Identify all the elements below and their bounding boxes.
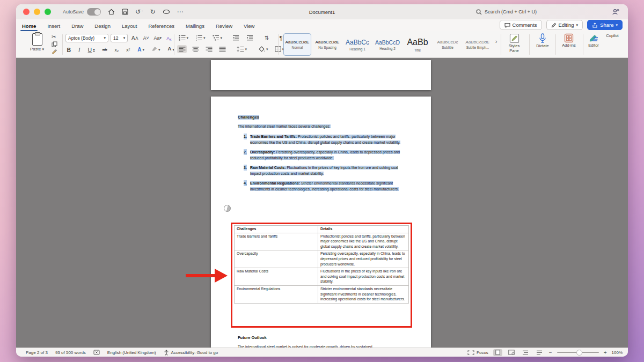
tab-home[interactable]: Home: [21, 23, 36, 29]
italic-button[interactable]: I: [77, 46, 82, 54]
pencil-icon: [551, 23, 557, 28]
redo-icon[interactable]: ↻: [150, 9, 155, 15]
style-heading-2[interactable]: AaBbCcD Heading 2: [374, 33, 401, 56]
numbering-button[interactable]: ▾: [194, 34, 207, 42]
table-row: Overcapacity Persisting overcapacity, es…: [235, 250, 409, 268]
page-1-fragment[interactable]: [211, 60, 431, 90]
zoom-window-button[interactable]: [45, 9, 51, 15]
styles-gallery: AaBbCcDdE Normal AaBbCcDdE No Spacing Aa…: [283, 33, 492, 56]
zoom-out-button[interactable]: −: [549, 350, 552, 356]
copilot-margin-icon[interactable]: [224, 205, 231, 212]
copy-icon[interactable]: [52, 41, 57, 47]
draft-view-button[interactable]: [535, 349, 544, 356]
web-layout-view-button[interactable]: [507, 349, 516, 356]
autosave-toggle[interactable]: [87, 8, 101, 16]
doc-future-paragraph: The international steel market is poised…: [238, 344, 409, 348]
bold-button[interactable]: B: [65, 46, 72, 54]
zoom-level[interactable]: 100%: [612, 350, 623, 355]
style-no-spacing[interactable]: AaBbCcDdE No Spacing: [313, 33, 341, 56]
zoom-slider-knob[interactable]: [576, 350, 582, 356]
text-effects-button[interactable]: A▾: [136, 46, 146, 54]
home-icon[interactable]: [108, 9, 115, 15]
comments-button[interactable]: Comments: [500, 20, 542, 30]
grow-font-button[interactable]: A˄: [130, 34, 140, 42]
tab-references[interactable]: References: [148, 23, 175, 29]
tab-insert[interactable]: Insert: [47, 23, 61, 29]
format-painter-icon[interactable]: [52, 49, 57, 54]
page-indicator[interactable]: Page 2 of 3: [26, 350, 48, 355]
print-layout-view-button[interactable]: [493, 349, 502, 356]
close-window-button[interactable]: [23, 9, 30, 15]
autosave-label: AutoSave: [63, 9, 84, 14]
justify-button[interactable]: [217, 45, 227, 53]
outline-view-button[interactable]: [521, 349, 530, 356]
align-center-button[interactable]: [191, 45, 200, 53]
addins-button[interactable]: Add-ins: [558, 33, 580, 48]
chevron-down-icon: ▾: [42, 47, 45, 51]
tab-mailings[interactable]: Mailings: [185, 23, 205, 29]
table-row: Trade Barriers and Tariffs Protectionist…: [235, 233, 409, 250]
tab-layout[interactable]: Layout: [121, 23, 138, 29]
more-actions-icon[interactable]: ⋯: [177, 9, 184, 15]
bullets-button[interactable]: ▾: [177, 34, 190, 42]
align-right-button[interactable]: [204, 45, 214, 53]
cut-icon[interactable]: ✂: [52, 34, 57, 40]
tab-view[interactable]: View: [243, 23, 255, 29]
dictate-button[interactable]: Dictate: [532, 33, 553, 48]
change-case-button[interactable]: Aa▾: [152, 34, 163, 42]
shrink-font-button[interactable]: A˅: [142, 34, 150, 42]
table-header-challenges: Challenges: [235, 226, 318, 233]
clear-formatting-button[interactable]: Aₓ: [165, 34, 173, 42]
style-normal[interactable]: AaBbCcDdE Normal: [283, 33, 311, 56]
styles-pane-icon: [509, 33, 519, 43]
underline-button[interactable]: U▾: [86, 46, 96, 54]
page-2[interactable]: Challenges The international steel marke…: [211, 97, 431, 348]
style-subtle-emphasis[interactable]: AaBbCcDdE Subtle Emph...: [464, 33, 492, 56]
word-window: AutoSave ↺ˇ ↻ ⋯ Document1 Search (Cmd + …: [16, 4, 628, 357]
shading-button[interactable]: ▾: [258, 45, 270, 53]
editing-mode-dropdown[interactable]: Editing ▾: [546, 20, 583, 30]
word-count[interactable]: 93 of 500 words: [55, 350, 86, 355]
accessibility-status[interactable]: Accessibility: Good to go: [164, 350, 218, 356]
sort-button[interactable]: ⇅: [264, 34, 270, 42]
font-name-select[interactable]: Aptos (Body)▾: [65, 34, 108, 42]
proofing-status-icon[interactable]: [93, 350, 100, 355]
zoom-slider[interactable]: [557, 352, 599, 353]
subscript-button[interactable]: x₂: [113, 46, 120, 54]
superscript-button[interactable]: x²: [125, 46, 131, 54]
style-subtitle[interactable]: AaBbCcDc Subtitle: [434, 33, 462, 56]
language-indicator[interactable]: English (United Kingdom): [107, 350, 156, 355]
zoom-in-button[interactable]: +: [604, 350, 607, 356]
doc-heading-challenges: Challenges: [238, 114, 405, 121]
share-button[interactable]: Share ▾: [587, 20, 623, 30]
copilot-button[interactable]: Copilot: [603, 33, 622, 38]
tab-draw[interactable]: Draw: [71, 23, 84, 29]
share-presence-icon[interactable]: [612, 9, 619, 16]
line-spacing-button[interactable]: ▾: [235, 45, 248, 53]
editor-button[interactable]: Editor: [584, 33, 603, 48]
tab-review[interactable]: Review: [215, 23, 233, 29]
styles-pane-button[interactable]: Styles Pane: [503, 33, 525, 54]
tab-design[interactable]: Design: [94, 23, 111, 29]
undo-icon[interactable]: ↺ˇ: [135, 9, 143, 15]
document-canvas[interactable]: Challenges The international steel marke…: [16, 58, 628, 348]
list-item: 1. Trade Barriers and Tariffs: Protectio…: [238, 134, 405, 146]
focus-icon: [467, 350, 474, 355]
search-field[interactable]: Search (Cmd + Ctrl + U): [476, 9, 591, 15]
style-heading-1[interactable]: AaBbCc Heading 1: [343, 33, 371, 56]
styles-gallery-expand-icon[interactable]: ›: [495, 39, 497, 45]
increase-indent-button[interactable]: [245, 34, 255, 42]
pen-icon[interactable]: [163, 9, 170, 14]
strikethrough-button[interactable]: ab: [101, 46, 108, 54]
save-icon[interactable]: [122, 9, 128, 15]
highlight-color-button[interactable]: ▾: [151, 46, 162, 54]
multilevel-list-button[interactable]: ▾: [211, 34, 224, 42]
align-left-button[interactable]: [177, 45, 187, 53]
minimize-window-button[interactable]: [34, 9, 40, 15]
paste-button[interactable]: Paste ▾: [21, 33, 53, 51]
decrease-indent-button[interactable]: [231, 34, 241, 42]
focus-mode-button[interactable]: Focus: [467, 350, 488, 355]
title-bar: AutoSave ↺ˇ ↻ ⋯ Document1 Search (Cmd + …: [16, 4, 628, 19]
font-size-select[interactable]: 12▾: [111, 34, 128, 42]
style-title[interactable]: AaBb Title: [404, 33, 431, 56]
